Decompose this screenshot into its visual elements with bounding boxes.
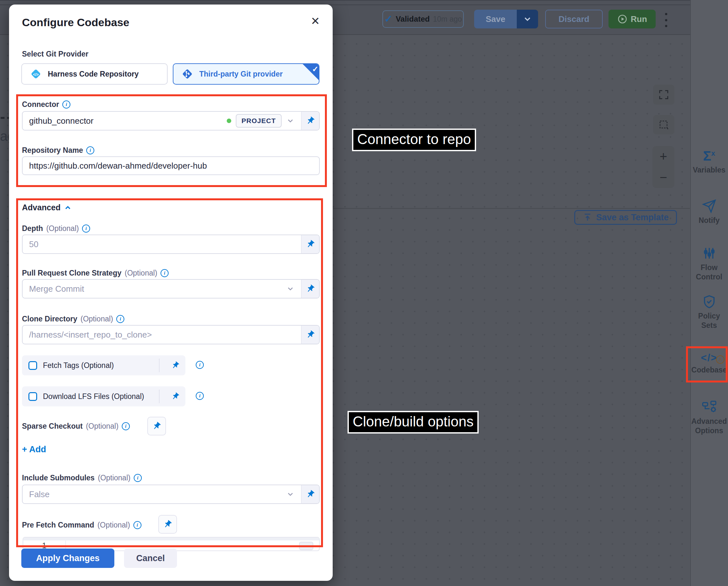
sidebar-item-notify[interactable]: Notify (690, 199, 728, 225)
close-icon[interactable]: ✕ (311, 16, 320, 26)
pin-icon (306, 240, 315, 249)
info-icon[interactable]: i (134, 474, 142, 482)
fit-to-screen-button[interactable] (653, 85, 674, 105)
info-icon[interactable]: i (196, 361, 204, 369)
pin-runtime-input-button[interactable] (165, 361, 185, 370)
selected-corner-badge: ✓ (302, 63, 319, 81)
screenshot-root: ✓ Validated 10m ago Save Discard Run Sav… (0, 0, 728, 586)
pin-icon (306, 330, 315, 339)
pin-icon (306, 490, 315, 499)
codebase-icon: </> ⚠ (701, 353, 717, 363)
zoom-controls: + − (652, 146, 674, 188)
marquee-select-button[interactable] (653, 115, 674, 134)
provider-card-harness[interactable]: </> Harness Code Repository (21, 63, 167, 85)
sidebar-item-variables[interactable]: Σx Variables (690, 149, 728, 175)
git-provider-icon (181, 67, 194, 81)
fullscreen-icon (658, 89, 669, 100)
pin-runtime-input-button[interactable] (301, 326, 319, 344)
info-icon[interactable]: i (196, 392, 204, 400)
download-lfs-row: Download LFS Files (Optional) (22, 386, 185, 406)
depth-field[interactable]: 50 (22, 234, 320, 254)
depth-label: Depth(Optional)i (22, 224, 90, 233)
zoom-out-button[interactable]: − (659, 170, 667, 185)
play-icon (617, 14, 628, 24)
save-as-template-button[interactable]: Save as Template (574, 210, 677, 225)
cancel-button[interactable]: Cancel (124, 549, 177, 568)
validated-check-icon: ✓ (384, 14, 392, 24)
git-provider-label: Select Git Provider (22, 50, 88, 58)
sidebar-item-flow-control[interactable]: Flow Control (690, 246, 728, 282)
sidebar-item-codebase[interactable]: </> ⚠ Codebase (690, 353, 728, 375)
validated-label: Validated (396, 15, 430, 24)
sidebar-item-advanced-options[interactable]: Advanced Options (690, 400, 728, 435)
shield-check-icon (702, 295, 717, 309)
depth-placeholder: 50 (29, 239, 38, 249)
chevron-down-icon[interactable] (286, 117, 294, 125)
stage-panel-divider (333, 208, 690, 209)
chevron-down-icon[interactable] (286, 285, 294, 293)
editor-expand-button[interactable] (299, 542, 313, 550)
download-lfs-checkbox[interactable] (28, 392, 37, 401)
discard-button[interactable]: Discard (545, 10, 603, 28)
upload-icon (583, 212, 592, 222)
pre-fetch-command-label: Pre Fetch Command(Optional)i (22, 521, 141, 530)
validated-status-badge: ✓ Validated 10m ago (383, 10, 464, 28)
pin-runtime-input-button[interactable] (301, 235, 319, 253)
sparse-checkout-add-link[interactable]: + Add (22, 444, 46, 455)
connector-field[interactable]: github_connector PROJECT (22, 111, 320, 130)
include-submodules-value: False (29, 489, 50, 500)
connector-label: Connectori (22, 100, 71, 109)
variables-icon: Σx (703, 149, 715, 163)
notify-icon (702, 199, 717, 213)
pin-runtime-input-button[interactable] (158, 515, 177, 534)
pin-runtime-input-button[interactable] (165, 392, 185, 401)
pin-runtime-input-button[interactable] (301, 112, 319, 130)
annotation-label-clone: Clone/build options (347, 411, 479, 434)
studio-right-sidebar (690, 0, 728, 586)
save-button[interactable]: Save (474, 10, 517, 28)
repository-name-label: Repository Namei (22, 146, 94, 155)
pin-runtime-input-button[interactable] (147, 417, 166, 435)
modal-title: Configure Codebase (22, 16, 129, 29)
run-label: Run (631, 14, 647, 24)
configure-codebase-modal: Configure Codebase ✕ Select Git Provider… (9, 4, 333, 581)
info-icon[interactable]: i (62, 100, 71, 108)
connectivity-status-dot (227, 119, 231, 123)
repository-name-field[interactable]: https://github.com/dewan-ahmed/developer… (22, 156, 320, 175)
sidebar-item-policy-sets[interactable]: Policy Sets (690, 295, 728, 330)
pin-icon (306, 284, 315, 293)
info-icon[interactable]: i (133, 521, 141, 529)
chevron-down-icon (523, 14, 532, 24)
info-icon[interactable]: i (160, 269, 168, 277)
clone-directory-field[interactable]: /harness/<insert_repo_to_clone> (22, 325, 320, 345)
chevron-down-icon[interactable] (286, 490, 294, 499)
harness-code-repo-icon: </> (29, 67, 43, 81)
run-button[interactable]: Run (608, 10, 656, 28)
pin-runtime-input-button[interactable] (301, 485, 319, 503)
info-icon[interactable]: i (86, 146, 94, 154)
sparse-checkout-label: Sparse Checkout(Optional)i (22, 422, 130, 431)
advanced-options-icon (702, 400, 717, 414)
pin-icon (306, 116, 315, 125)
include-submodules-select[interactable]: False (22, 485, 320, 504)
validated-time: 10m ago (433, 15, 462, 24)
fetch-tags-row: Fetch Tags (Optional) (22, 355, 185, 375)
apply-changes-button[interactable]: Apply Changes (21, 549, 114, 568)
clone-directory-placeholder: /harness/<insert_repo_to_clone> (29, 330, 152, 340)
info-icon[interactable]: i (116, 315, 124, 323)
provider-card-third-party[interactable]: Third-party Git provider ✓ (173, 63, 319, 85)
zoom-in-button[interactable]: + (659, 149, 667, 164)
pr-clone-strategy-value: Merge Commit (29, 284, 84, 294)
pr-clone-strategy-select[interactable]: Merge Commit (22, 279, 320, 299)
advanced-section-toggle[interactable]: Advanced (22, 203, 72, 212)
pin-runtime-input-button[interactable] (301, 280, 319, 298)
fetch-tags-checkbox[interactable] (28, 361, 37, 370)
pin-icon (171, 361, 180, 370)
info-icon[interactable]: i (122, 422, 130, 430)
info-icon[interactable]: i (82, 225, 90, 233)
clone-directory-label: Clone Directory(Optional)i (22, 315, 124, 323)
fetch-tags-label: Fetch Tags (Optional) (43, 361, 114, 370)
save-dropdown-button[interactable] (517, 10, 538, 28)
scope-badge: PROJECT (236, 114, 282, 128)
more-options-menu[interactable] (663, 13, 669, 27)
